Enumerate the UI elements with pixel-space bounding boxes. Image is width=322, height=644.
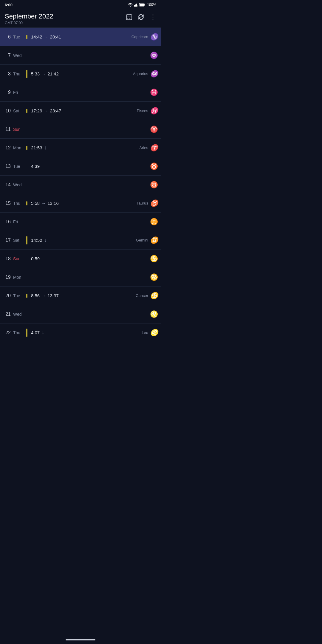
svg-rect-6 — [145, 4, 145, 6]
svg-rect-16 — [129, 18, 130, 18]
time-end: 20:41 — [50, 34, 61, 39]
sign-section: Cancer♋ — [136, 292, 158, 300]
time-start: 4:07 — [31, 330, 40, 335]
header-title: September 2022 — [5, 13, 53, 20]
day-row[interactable]: 15Thu5:58→13:16Taurus♉ — [0, 194, 161, 212]
day-indicator — [26, 236, 28, 244]
svg-rect-14 — [130, 17, 131, 17]
day-row[interactable]: 7Wed♒ — [0, 46, 161, 64]
day-row[interactable]: 14Wed♉ — [0, 175, 161, 194]
day-number: 6 — [2, 34, 11, 40]
sign-section: ♋ — [150, 273, 158, 281]
sign-symbol: ♌ — [150, 310, 158, 318]
day-name: Sat — [13, 109, 26, 113]
day-number: 7 — [2, 53, 11, 58]
day-indicator — [26, 70, 28, 78]
day-indicator — [26, 329, 28, 337]
day-row[interactable]: 20Tue8:56→13:37Cancer♋ — [0, 286, 161, 305]
day-number: 15 — [2, 201, 11, 206]
day-number: 11 — [2, 127, 11, 132]
sign-section: ♓ — [150, 89, 158, 96]
svg-point-19 — [153, 19, 154, 20]
refresh-button[interactable] — [138, 14, 144, 22]
svg-rect-4 — [137, 5, 138, 7]
sign-symbol: ♋ — [150, 255, 158, 263]
time-start: 14:52 — [31, 238, 42, 243]
arrow-down-icon: ↓ — [41, 329, 44, 336]
day-row[interactable]: 10Sat17:29→23:47Pisces♓ — [0, 101, 161, 120]
day-name: Thu — [13, 72, 26, 76]
calendar-view-button[interactable] — [126, 14, 132, 22]
indicator-dot — [26, 329, 27, 337]
time-start: 14:42 — [31, 34, 42, 39]
sign-section: Aries♈ — [139, 144, 158, 152]
day-row[interactable]: 19Mon♋ — [0, 268, 161, 286]
svg-point-17 — [153, 15, 154, 16]
arrow-down-icon: ↓ — [44, 237, 47, 243]
sign-symbol: ♋ — [150, 273, 158, 281]
day-name: Tue — [13, 293, 26, 298]
sign-section: ♉ — [150, 162, 158, 170]
day-row[interactable]: 11Sun♈ — [0, 120, 161, 138]
sign-symbol: ♊ — [150, 218, 158, 226]
day-row[interactable]: 12Mon21:53↓Aries♈ — [0, 138, 161, 157]
day-content: 4:39 — [31, 164, 150, 169]
sign-symbol: ♉ — [150, 199, 158, 207]
day-row[interactable]: 8Thu5:33→21:42Aquarius♒ — [0, 64, 161, 83]
day-row[interactable]: 13Tue4:39♉ — [0, 157, 161, 175]
day-number: 17 — [2, 238, 11, 243]
day-number: 22 — [2, 330, 11, 335]
arrow-right-icon: → — [41, 293, 46, 298]
sign-section: Taurus♉ — [137, 199, 158, 207]
day-row[interactable]: 9Fri♓ — [0, 83, 161, 101]
time-end: 23:47 — [50, 108, 61, 113]
time-end: 13:37 — [47, 293, 59, 298]
day-number: 21 — [2, 312, 11, 317]
day-number: 20 — [2, 293, 11, 298]
time-start: 17:29 — [31, 108, 42, 113]
indicator-dot — [26, 109, 27, 113]
indicator-dot — [26, 35, 27, 39]
battery-icon — [139, 3, 145, 7]
day-row[interactable]: 6Tue14:42→20:41Capricorn♑ — [0, 27, 161, 46]
more-options-button[interactable] — [150, 14, 156, 22]
sign-name: Aquarius — [133, 72, 148, 76]
sign-symbol: ♊ — [150, 236, 158, 244]
day-row[interactable]: 16Fri♊ — [0, 212, 161, 231]
time-end: 21:42 — [47, 71, 59, 76]
day-number: 9 — [2, 90, 11, 95]
day-name: Sun — [13, 256, 26, 261]
day-indicator — [26, 109, 28, 113]
svg-point-18 — [153, 17, 154, 18]
day-row[interactable]: 18Sun0:59♋ — [0, 249, 161, 268]
day-row[interactable]: 22Thu4:07↓Leo♌ — [0, 323, 161, 342]
calendar-list: 6Tue14:42→20:41Capricorn♑7Wed♒8Thu5:33→2… — [0, 27, 161, 342]
svg-rect-7 — [140, 4, 144, 6]
indicator-dot — [26, 146, 27, 150]
sign-name: Capricorn — [131, 35, 148, 39]
header-title-section: September 2022 GMT-07:00 — [5, 13, 53, 25]
sign-section: Leo♌ — [142, 329, 158, 337]
time-start: 5:33 — [31, 71, 40, 76]
day-indicator — [26, 35, 28, 39]
day-name: Mon — [13, 275, 26, 280]
day-name: Wed — [13, 53, 26, 58]
day-content: 0:59 — [31, 256, 150, 261]
wifi-icon — [128, 3, 133, 7]
sign-symbol: ♈ — [150, 126, 158, 133]
day-indicator — [26, 201, 28, 205]
indicator-dot — [26, 236, 27, 244]
indicator-dot — [26, 201, 27, 205]
day-row[interactable]: 21Wed♌ — [0, 305, 161, 323]
day-row[interactable]: 17Sat14:52↓Gemini♊ — [0, 231, 161, 249]
svg-rect-15 — [127, 18, 128, 18]
day-name: Mon — [13, 145, 26, 150]
arrow-right-icon: → — [41, 72, 46, 76]
sign-symbol: ♈ — [150, 144, 158, 152]
sign-name: Pisces — [137, 109, 148, 113]
header-subtitle: GMT-07:00 — [5, 21, 53, 25]
indicator-dot — [26, 294, 27, 298]
day-number: 18 — [2, 256, 11, 261]
day-number: 10 — [2, 108, 11, 114]
sign-section: ♈ — [150, 126, 158, 133]
